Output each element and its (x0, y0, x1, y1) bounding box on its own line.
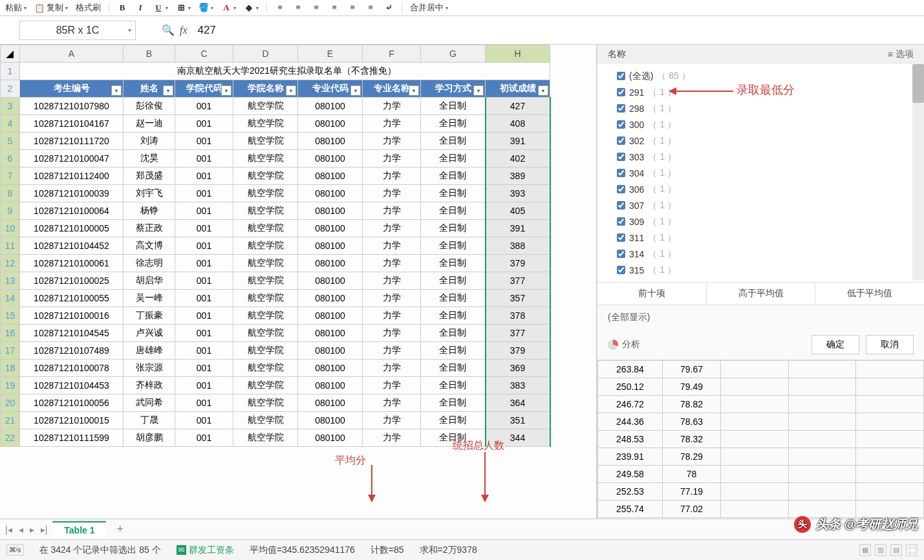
table-row[interactable]: 250.1279.49 (598, 378, 924, 396)
checkbox[interactable] (617, 250, 625, 258)
border-button[interactable]: ⊞▾ (176, 3, 191, 13)
row-header-17[interactable]: 17 (1, 342, 20, 360)
js-icon[interactable]: ⌘ʲs (6, 544, 24, 555)
table-row[interactable]: 11102871210104452高文博001航空学院080100力学全日制38… (1, 237, 550, 255)
col-header-D[interactable]: D (233, 45, 298, 63)
filter-item-309[interactable]: 309（ 1 ） (617, 213, 915, 230)
highlight-button[interactable]: ◆▾ (244, 3, 259, 13)
next-tab-icon[interactable]: ▸ (30, 524, 34, 535)
table-row[interactable]: 20102871210100056武同希001航空学院080100力学全日制36… (1, 394, 550, 412)
table-row[interactable]: 7102871210112400郑茂盛001航空学院080100力学全日制389 (1, 167, 550, 185)
filter-dropdown-icon[interactable]: ▾ (538, 85, 548, 96)
table-row[interactable]: 16102871210104545卢兴诚001航空学院080100力学全日制37… (1, 325, 550, 342)
table-row[interactable]: 14102871210100055吴一峰001航空学院080100力学全日制35… (1, 290, 550, 307)
copy-button[interactable]: 📋复制▾ (34, 2, 68, 14)
spreadsheet-area[interactable]: ◢ABCDEFGH1南京航空航天大学2021研究生拟录取名单（不含推免）2考生编… (0, 45, 597, 519)
row-header-5[interactable]: 5 (1, 133, 20, 150)
align-left-button[interactable]: ≡ (329, 3, 339, 13)
formula-input[interactable]: 427 (193, 24, 216, 37)
quick-filter-button[interactable]: 低于平均值 (815, 283, 924, 305)
filter-item-306[interactable]: 306（ 1 ） (617, 181, 915, 197)
filter-item-307[interactable]: 307（ 1 ） (617, 197, 915, 213)
table-row[interactable]: 263.8479.67 (598, 361, 924, 378)
table-row[interactable]: 244.3678.63 (598, 413, 924, 431)
row-header-3[interactable]: 3 (1, 98, 20, 115)
table-row[interactable]: 21102871210100015丁晟001航空学院080100力学全日制351 (1, 412, 550, 429)
row-header-16[interactable]: 16 (1, 325, 20, 342)
col-header-C[interactable]: C (175, 45, 233, 63)
row-header-22[interactable]: 22 (1, 429, 20, 447)
table-row[interactable]: 10102871210100005蔡正政001航空学院080100力学全日制39… (1, 220, 550, 237)
analyze-button[interactable]: 分析 (608, 339, 805, 350)
row-header-9[interactable]: 9 (1, 202, 20, 220)
table-row[interactable]: 255.7477.02 (598, 501, 924, 518)
filter-item-311[interactable]: 311（ 1 ） (617, 230, 915, 246)
row-header-14[interactable]: 14 (1, 290, 20, 307)
filter-item-315[interactable]: 315（ 1 ） (617, 262, 915, 278)
group-send-button[interactable]: ✉ 群发工资条 (177, 544, 234, 556)
row-header-15[interactable]: 15 (1, 307, 20, 325)
view-normal-icon[interactable]: ▦ (859, 544, 871, 556)
col-header-F[interactable]: F (363, 45, 421, 63)
tab-nav-buttons[interactable]: |◂ ◂ ▸ ▸| (5, 524, 47, 535)
last-tab-icon[interactable]: ▸| (41, 524, 48, 535)
row-header-21[interactable]: 21 (1, 412, 20, 429)
font-color-button[interactable]: A▾ (221, 3, 236, 13)
col-header-B[interactable]: B (124, 45, 175, 63)
row-header-6[interactable]: 6 (1, 150, 20, 167)
filter-dropdown-icon[interactable]: ▾ (221, 85, 231, 96)
checkbox[interactable] (617, 217, 625, 226)
row-header-4[interactable]: 4 (1, 115, 20, 133)
filter-dropdown-icon[interactable]: ▾ (473, 85, 484, 96)
table-row[interactable]: 249.5878 (598, 466, 924, 483)
quick-filter-button[interactable]: 高于平均值 (707, 283, 816, 305)
checkbox[interactable] (617, 201, 625, 210)
col-header-G[interactable]: G (421, 45, 486, 63)
filter-list[interactable]: (全选)（ 85 ）291（ 1 ）298（ 1 ）300（ 1 ）302（ 1… (597, 64, 924, 282)
filter-dropdown-icon[interactable]: ▾ (163, 85, 173, 96)
checkbox[interactable] (617, 153, 625, 161)
view-reading-icon[interactable]: ▤ (890, 544, 902, 556)
table-row[interactable]: 239.9178.29 (598, 448, 924, 466)
italic-button[interactable]: I (135, 3, 145, 13)
table-row[interactable]: 5102871210111720刘涛001航空学院080100力学全日制391 (1, 133, 550, 150)
paste-button[interactable]: 粘贴▾ (5, 2, 27, 14)
row-header-2[interactable]: 2 (1, 80, 20, 98)
row-header-18[interactable]: 18 (1, 360, 20, 377)
align-top-button[interactable]: ≡ (275, 3, 285, 13)
col-header-H[interactable]: H (486, 45, 550, 63)
filter-dropdown-icon[interactable]: ▾ (111, 85, 122, 96)
sheet-tab-active[interactable]: Table 1 (52, 521, 106, 538)
view-page-icon[interactable]: ▥ (875, 544, 886, 556)
filter-item-300[interactable]: 300（ 1 ） (617, 116, 915, 133)
filter-item-304[interactable]: 304（ 1 ） (617, 165, 915, 181)
table-row[interactable]: 246.7278.82 (598, 396, 924, 413)
quick-filter-button[interactable]: 前十项 (597, 283, 707, 305)
fill-color-button[interactable]: 🪣▾ (199, 3, 213, 13)
checkbox[interactable] (617, 72, 625, 80)
merge-button[interactable]: 合并居中▾ (410, 2, 448, 14)
row-header-1[interactable]: 1 (1, 63, 20, 80)
checkbox[interactable] (617, 233, 625, 242)
filter-dropdown-icon[interactable]: ▾ (350, 85, 361, 96)
add-sheet-button[interactable]: + (111, 522, 129, 536)
checkbox[interactable] (617, 88, 625, 96)
filter-item-302[interactable]: 302（ 1 ） (617, 133, 915, 149)
row-header-19[interactable]: 19 (1, 377, 20, 394)
col-header-A[interactable]: A (20, 45, 124, 63)
checkbox[interactable] (617, 169, 625, 177)
checkbox[interactable] (617, 104, 625, 113)
align-right-button[interactable]: ≡ (365, 3, 376, 13)
select-all-corner[interactable]: ◢ (1, 45, 20, 63)
table-row[interactable]: 8102871210100039刘宇飞001航空学院080100力学全日制393 (1, 185, 550, 202)
row-header-7[interactable]: 7 (1, 167, 20, 185)
checkbox[interactable] (617, 136, 625, 145)
prev-tab-icon[interactable]: ◂ (19, 524, 23, 535)
first-tab-icon[interactable]: |◂ (5, 524, 12, 535)
view-fullscreen-icon[interactable]: ⛶ (906, 544, 918, 556)
align-bot-button[interactable]: ≡ (311, 3, 321, 13)
row-header-20[interactable]: 20 (1, 394, 20, 412)
table-row[interactable]: 18102871210100078张宗源001航空学院080100力学全日制36… (1, 360, 550, 377)
table-row[interactable]: 9102871210100064杨铮001航空学院080100力学全日制405 (1, 202, 550, 220)
table-row[interactable]: 17102871210107489唐雄峰001航空学院080100力学全日制37… (1, 342, 550, 360)
